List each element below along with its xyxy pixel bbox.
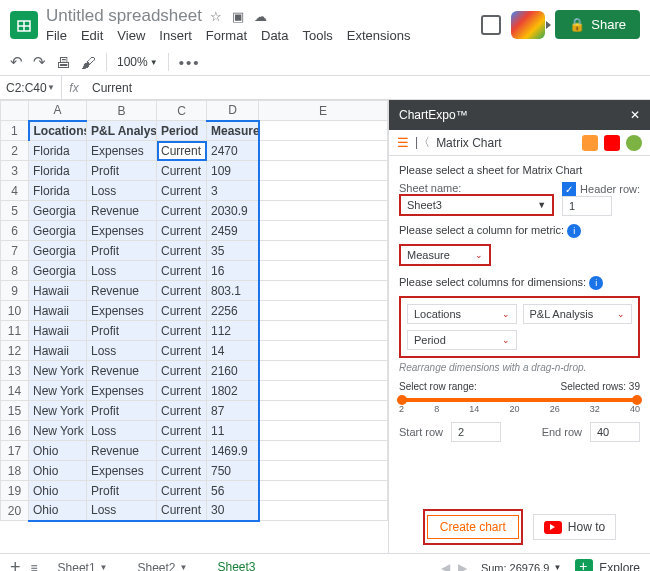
- dimension-select[interactable]: Period⌄: [407, 330, 517, 350]
- cell[interactable]: Profit: [87, 321, 157, 341]
- cell[interactable]: Expenses: [87, 221, 157, 241]
- howto-button[interactable]: How to: [533, 514, 616, 540]
- menu-file[interactable]: File: [46, 28, 67, 43]
- dimension-select[interactable]: P&L Analysis⌄: [523, 304, 633, 324]
- row-header[interactable]: 10: [1, 301, 29, 321]
- cell[interactable]: Current: [157, 441, 207, 461]
- row-header[interactable]: 6: [1, 221, 29, 241]
- cell[interactable]: Ohio: [29, 501, 87, 521]
- menu-data[interactable]: Data: [261, 28, 288, 43]
- cell[interactable]: New York: [29, 401, 87, 421]
- header-row-input[interactable]: 1: [562, 196, 612, 216]
- cell[interactable]: 1802: [207, 381, 259, 401]
- cell[interactable]: [259, 121, 388, 141]
- menu-extensions[interactable]: Extensions: [347, 28, 411, 43]
- cell[interactable]: 11: [207, 421, 259, 441]
- add-chart-icon[interactable]: [582, 135, 598, 151]
- col-header[interactable]: B: [87, 101, 157, 121]
- cell[interactable]: [259, 301, 388, 321]
- cell[interactable]: [259, 501, 388, 521]
- cell[interactable]: Current: [157, 241, 207, 261]
- cell[interactable]: P&L Analysis: [87, 121, 157, 141]
- all-sheets-icon[interactable]: ≡: [31, 561, 38, 572]
- quicksum[interactable]: Sum: 26976.9▼: [475, 560, 567, 572]
- cell[interactable]: Current: [157, 461, 207, 481]
- meet-icon[interactable]: [511, 11, 545, 39]
- cell[interactable]: Ohio: [29, 441, 87, 461]
- cell[interactable]: Expenses: [87, 381, 157, 401]
- cell[interactable]: 2030.9: [207, 201, 259, 221]
- cell[interactable]: Profit: [87, 161, 157, 181]
- cell[interactable]: Current: [157, 501, 207, 521]
- cell[interactable]: 35: [207, 241, 259, 261]
- row-header[interactable]: 7: [1, 241, 29, 261]
- cell[interactable]: 803.1: [207, 281, 259, 301]
- name-box[interactable]: C2:C40▼: [0, 76, 62, 99]
- cell[interactable]: Current: [157, 481, 207, 501]
- paint-format-icon[interactable]: 🖌: [81, 54, 96, 71]
- cell[interactable]: 87: [207, 401, 259, 421]
- row-header[interactable]: 12: [1, 341, 29, 361]
- cell[interactable]: Profit: [87, 241, 157, 261]
- print-icon[interactable]: 🖶: [56, 54, 71, 71]
- scroll-left-icon[interactable]: ◀: [441, 561, 450, 572]
- scroll-right-icon[interactable]: ▶: [458, 561, 467, 572]
- cell[interactable]: [259, 381, 388, 401]
- start-row-input[interactable]: 2: [451, 422, 501, 442]
- cell[interactable]: Georgia: [29, 241, 87, 261]
- dimension-select[interactable]: Locations⌄: [407, 304, 517, 324]
- cell[interactable]: Revenue: [87, 441, 157, 461]
- cell[interactable]: Current: [157, 201, 207, 221]
- cell[interactable]: [259, 481, 388, 501]
- cell[interactable]: Revenue: [87, 201, 157, 221]
- cell[interactable]: Current: [157, 221, 207, 241]
- cell[interactable]: Hawaii: [29, 341, 87, 361]
- row-header[interactable]: 19: [1, 481, 29, 501]
- cell[interactable]: Revenue: [87, 281, 157, 301]
- cell[interactable]: Current: [157, 361, 207, 381]
- back-icon[interactable]: |〈: [415, 134, 430, 151]
- cell[interactable]: Current: [157, 281, 207, 301]
- cell[interactable]: Current: [157, 141, 207, 161]
- cell[interactable]: Loss: [87, 181, 157, 201]
- cell[interactable]: Current: [157, 381, 207, 401]
- menu-view[interactable]: View: [117, 28, 145, 43]
- cell[interactable]: Georgia: [29, 201, 87, 221]
- cell[interactable]: New York: [29, 361, 87, 381]
- cell[interactable]: [259, 401, 388, 421]
- formula-bar[interactable]: Current: [86, 81, 650, 95]
- row-range-slider[interactable]: [399, 398, 640, 402]
- cell[interactable]: 1469.9: [207, 441, 259, 461]
- close-icon[interactable]: ✕: [630, 108, 640, 122]
- cell[interactable]: 112: [207, 321, 259, 341]
- cell[interactable]: Profit: [87, 401, 157, 421]
- cell[interactable]: 2470: [207, 141, 259, 161]
- cell[interactable]: Hawaii: [29, 281, 87, 301]
- row-header[interactable]: 15: [1, 401, 29, 421]
- cell[interactable]: 2256: [207, 301, 259, 321]
- add-sheet-icon[interactable]: +: [10, 557, 21, 571]
- cell[interactable]: [259, 261, 388, 281]
- cell[interactable]: Current: [157, 321, 207, 341]
- undo-icon[interactable]: ↶: [10, 53, 23, 71]
- col-header[interactable]: D: [207, 101, 259, 121]
- row-header[interactable]: 14: [1, 381, 29, 401]
- cell[interactable]: Current: [157, 341, 207, 361]
- cell[interactable]: [259, 161, 388, 181]
- row-header[interactable]: 17: [1, 441, 29, 461]
- spreadsheet-grid[interactable]: A B C D E 1 Locations P&L Analysis Perio…: [0, 100, 388, 553]
- cell[interactable]: New York: [29, 381, 87, 401]
- cell[interactable]: 2459: [207, 221, 259, 241]
- row-header[interactable]: 11: [1, 321, 29, 341]
- cell[interactable]: [259, 201, 388, 221]
- info-icon[interactable]: i: [589, 276, 603, 290]
- row-header[interactable]: 2: [1, 141, 29, 161]
- col-header[interactable]: E: [259, 101, 388, 121]
- cell[interactable]: Current: [157, 181, 207, 201]
- star-icon[interactable]: ☆: [210, 9, 222, 24]
- cell[interactable]: Ohio: [29, 461, 87, 481]
- slider-start-knob[interactable]: [397, 395, 407, 405]
- cell[interactable]: Hawaii: [29, 301, 87, 321]
- cell[interactable]: [259, 421, 388, 441]
- sheet-tab[interactable]: Sheet1▼: [48, 556, 118, 572]
